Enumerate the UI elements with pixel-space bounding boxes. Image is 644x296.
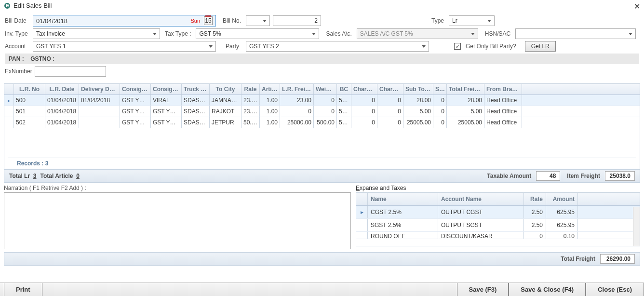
save-button[interactable]: Save (F3) xyxy=(457,283,509,296)
svg-text:e: e xyxy=(6,2,9,9)
sales-ac-label: Sales A\c. xyxy=(326,30,353,37)
tax-grid-body: ▸CGST 2.5%OUTPUT CGST2.50625.95SGST 2.5%… xyxy=(356,206,640,239)
window-title: Edit Sales Bill xyxy=(13,2,52,9)
caret-icon xyxy=(487,20,491,22)
narration-input[interactable] xyxy=(4,192,351,249)
col-consigner[interactable]: Consigner xyxy=(120,84,151,94)
row-indicator-icon xyxy=(4,117,14,128)
titlebar: e Edit Sales Bill ✕ xyxy=(0,0,644,11)
tax-row[interactable]: SGST 2.5%OUTPUT SGST2.50625.95 xyxy=(356,219,640,232)
col-article[interactable]: Article xyxy=(260,84,280,94)
total-freight-value: 26290.00 xyxy=(600,254,635,264)
caret-icon xyxy=(312,33,316,35)
totals-bar: Total Lr 3 Total Article 0 Taxable Amoun… xyxy=(4,169,640,183)
hsn-field[interactable] xyxy=(515,28,636,39)
print-button[interactable]: Print xyxy=(4,283,42,296)
col-consignee[interactable]: Consignee xyxy=(151,84,182,94)
app-icon: e xyxy=(4,2,11,9)
expanse-section: Expanse and Taxes Name Account Name Rate… xyxy=(356,185,640,249)
party-label: Party xyxy=(226,43,243,50)
close-button[interactable]: Close (Esc) xyxy=(586,283,644,296)
get-only-bill-party-checkbox[interactable]: ✓ xyxy=(454,43,461,50)
tax-col-rate[interactable]: Rate xyxy=(524,193,546,205)
col-rate[interactable]: Rate xyxy=(242,84,260,94)
bill-date-value: 01/04/2018 xyxy=(36,17,67,25)
table-row[interactable]: ▸50001/04/201801/04/2018GST YES 2VIRALSD… xyxy=(4,95,640,106)
col-deldate[interactable]: Delivery Date xyxy=(79,84,120,94)
expanse-label: Expanse and Taxes xyxy=(356,185,640,191)
tax-col-amount[interactable]: Amount xyxy=(546,193,578,205)
lr-grid: L.R. No L.R. Date Delivery Date Consigne… xyxy=(4,83,640,169)
caret-icon xyxy=(153,33,157,35)
bill-no-label: Bill No. xyxy=(223,17,243,24)
caret-icon xyxy=(209,45,213,48)
get-only-bill-party-label: Get Only Bill Party? xyxy=(466,43,518,50)
party-field[interactable]: GST YES 2 xyxy=(246,41,429,52)
caret-icon xyxy=(629,33,632,35)
pan-label: PAN : xyxy=(9,55,24,62)
col-c2[interactable]: Charge2 xyxy=(377,84,403,94)
tax-row[interactable]: ▸CGST 2.5%OUTPUT CGST2.50625.95 xyxy=(356,206,640,219)
caret-icon xyxy=(263,20,267,22)
taxable-value: 48 xyxy=(536,171,560,181)
col-c1[interactable]: Charge1 xyxy=(351,84,377,94)
narration-section: Narration ( F1 Retrive F2 Add ) : xyxy=(4,185,351,249)
vertical-scrollbar[interactable] xyxy=(633,207,640,246)
narration-label: Narration ( F1 Retrive F2 Add ) : xyxy=(4,185,351,191)
tax-type-field[interactable]: GST 5% xyxy=(196,28,319,39)
total-lr-label: Total Lr 3 xyxy=(9,173,36,179)
col-truck[interactable]: Truck No xyxy=(182,84,210,94)
col-weight[interactable]: Weight xyxy=(314,84,337,94)
col-lrno[interactable]: L.R. No xyxy=(14,84,45,94)
col-tocity[interactable]: To City xyxy=(210,84,242,94)
type-label: Type xyxy=(431,17,446,24)
bill-date-field[interactable]: 01/04/2018 Sun 15 xyxy=(33,15,216,27)
row-indicator-icon xyxy=(4,106,14,117)
footer: Print Save (F3) Save & Close (F4) Close … xyxy=(0,283,644,296)
check-icon: ✓ xyxy=(456,44,460,49)
col-totalfreight[interactable]: Total Freight xyxy=(447,84,484,94)
bill-no-dropdown[interactable] xyxy=(246,15,270,26)
bill-date-day: Sun xyxy=(190,18,200,24)
pan-gst-bar: PAN : GSTNO : xyxy=(5,54,639,64)
gstno-label: GSTNO : xyxy=(30,55,54,62)
total-freight-label: Total Freight xyxy=(561,256,597,262)
caret-icon xyxy=(422,45,426,48)
hsn-label: HSN/SAC xyxy=(485,30,512,37)
col-st[interactable]: S.T. xyxy=(433,84,447,94)
tax-col-account[interactable]: Account Name xyxy=(438,193,524,205)
col-lrdate[interactable]: L.R. Date xyxy=(45,84,79,94)
col-bc[interactable]: BC xyxy=(337,84,351,94)
table-row[interactable]: 50201/04/2018GST YES 1GST YES 2SDASDASJE… xyxy=(4,117,640,128)
col-lrfreight[interactable]: L.R. Freight xyxy=(280,84,314,94)
account-field[interactable]: GST YES 1 xyxy=(33,41,216,52)
col-branch[interactable]: From Branch xyxy=(484,84,522,94)
table-row[interactable]: 50101/04/2018GST YES 1GST YES 2SDASDASRA… xyxy=(4,106,640,117)
inv-type-field[interactable]: Tax Invoice xyxy=(33,28,160,39)
type-field[interactable]: Lr xyxy=(449,15,495,26)
total-freight-bar: Total Freight 26290.00 xyxy=(4,252,640,266)
exnumber-label: ExNumber xyxy=(5,68,32,75)
get-lr-button[interactable]: Get LR xyxy=(525,41,556,52)
bill-no-field[interactable]: 2 xyxy=(273,15,321,26)
account-label: Account xyxy=(5,43,30,50)
tax-type-label: Tax Type : xyxy=(165,30,193,37)
grid-header: L.R. No L.R. Date Delivery Date Consigne… xyxy=(4,84,640,95)
tax-grid-header: Name Account Name Rate Amount xyxy=(356,193,640,206)
bill-date-label: Bill Date xyxy=(5,17,30,24)
exnumber-field[interactable] xyxy=(35,66,106,77)
form-area: Bill Date 01/04/2018 Sun 15 Bill No. 2 T… xyxy=(0,11,644,81)
inv-type-label: Inv. Type xyxy=(5,30,30,37)
close-icon[interactable]: ✕ xyxy=(634,2,640,11)
col-subtotal[interactable]: Sub Total xyxy=(403,84,433,94)
tax-col-name[interactable]: Name xyxy=(368,193,438,205)
tax-row[interactable]: ROUND OFFDISCOUNT/KASAR00.10 xyxy=(356,232,640,239)
item-freight-value: 25038.0 xyxy=(605,171,635,181)
calendar-icon[interactable]: 15 xyxy=(204,16,213,25)
caret-icon xyxy=(471,33,475,35)
item-freight-label: Item Freight xyxy=(567,173,602,179)
save-close-button[interactable]: Save & Close (F4) xyxy=(509,283,586,296)
taxable-label: Taxable Amount xyxy=(487,173,533,179)
sales-ac-field: SALES A/C GST 5% xyxy=(357,28,478,39)
total-article-label: Total Article 0 xyxy=(40,173,79,179)
